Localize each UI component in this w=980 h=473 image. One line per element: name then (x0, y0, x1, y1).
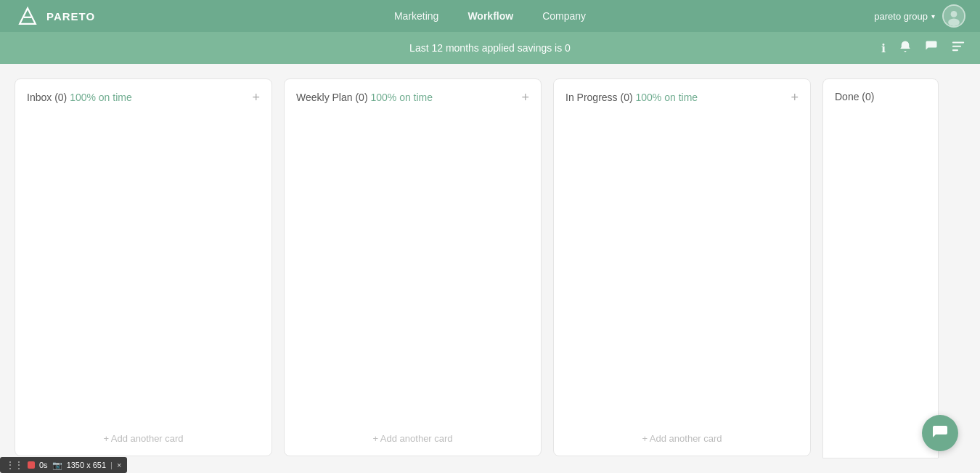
kanban-board: Inbox (0) 100% on time + + Add another c… (0, 64, 980, 473)
avatar-image (944, 4, 964, 28)
column-done: Done (0) (822, 78, 939, 458)
nav-company[interactable]: Company (542, 10, 586, 22)
brand-name: PARETO (46, 10, 95, 23)
svg-point-4 (948, 19, 960, 27)
timer-text: 0s (39, 461, 48, 469)
svg-rect-6 (952, 46, 961, 47)
bottom-bar: ⋮⋮ 0s 📷 980 x 473 | × (0, 457, 127, 473)
svg-point-3 (951, 11, 957, 17)
pareto-logo-icon (15, 3, 41, 29)
user-group[interactable]: pareto group ▾ (874, 11, 935, 22)
navbar-left: PARETO (15, 3, 95, 29)
weekly-plan-add-card[interactable]: + Add another card (296, 427, 529, 444)
column-inbox-title: Inbox (0) 100% on time (27, 92, 132, 103)
column-in-progress-header: In Progress (0) 100% on time + (565, 91, 799, 104)
avatar[interactable] (942, 4, 965, 28)
column-in-progress-title: In Progress (0) 100% on time (565, 92, 698, 103)
grid-icon: ⋮⋮ (6, 460, 23, 470)
navbar: PARETO Marketing Workflow Company pareto… (0, 0, 980, 32)
done-body (835, 111, 926, 446)
chat-bubble-button[interactable] (922, 415, 958, 451)
svg-marker-0 (20, 8, 36, 24)
camera-icon: 📷 (52, 461, 62, 470)
recording-dot (28, 461, 35, 469)
nav-marketing[interactable]: Marketing (394, 10, 438, 22)
info-icon[interactable]: ℹ (881, 41, 886, 55)
in-progress-add-button[interactable]: + (791, 91, 799, 104)
column-in-progress: In Progress (0) 100% on time + + Add ano… (553, 78, 811, 456)
in-progress-body (565, 113, 799, 427)
svg-rect-7 (952, 49, 958, 51)
bell-svg (899, 40, 912, 53)
subheader-message: Last 12 months applied savings is 0 (409, 42, 571, 54)
inbox-add-card[interactable]: + Add another card (27, 427, 260, 444)
subheader-icons: ℹ (881, 40, 965, 56)
chat-svg (925, 40, 938, 53)
inbox-on-time: 100% on time (70, 92, 132, 103)
close-bar-button[interactable]: × (117, 461, 121, 469)
weekly-plan-title-text: Weekly Plan (0) (296, 92, 370, 103)
chat-bubble-icon (931, 424, 949, 442)
nav-workflow[interactable]: Workflow (467, 10, 513, 22)
chevron-down-icon: ▾ (931, 12, 935, 20)
column-weekly-plan-title: Weekly Plan (0) 100% on time (296, 92, 433, 103)
weekly-plan-on-time: 100% on time (370, 92, 433, 103)
chat-icon[interactable] (925, 40, 938, 56)
in-progress-add-card[interactable]: + Add another card (565, 427, 799, 444)
column-done-title: Done (0) (835, 91, 874, 102)
filter-icon[interactable] (951, 40, 965, 56)
in-progress-title-text: In Progress (0) (565, 92, 635, 103)
svg-rect-5 (952, 41, 964, 43)
column-inbox-header: Inbox (0) 100% on time + (27, 91, 260, 104)
column-weekly-plan: Weekly Plan (0) 100% on time + + Add ano… (284, 78, 542, 456)
navbar-center: Marketing Workflow Company (394, 10, 586, 22)
bell-icon[interactable] (899, 40, 912, 56)
inbox-add-button[interactable]: + (252, 91, 260, 104)
column-inbox: Inbox (0) 100% on time + + Add another c… (15, 78, 272, 456)
subheader: Last 12 months applied savings is 0 ℹ (0, 32, 980, 64)
filter-svg (951, 40, 965, 53)
column-done-header: Done (0) (835, 91, 926, 102)
inbox-title-text: Inbox (0) (27, 92, 70, 103)
weekly-plan-add-button[interactable]: + (521, 91, 529, 104)
in-progress-on-time: 100% on time (635, 92, 698, 103)
inbox-body (27, 113, 260, 427)
column-weekly-plan-header: Weekly Plan (0) 100% on time + (296, 91, 529, 104)
dimensions-text: 980 x 473 (67, 461, 106, 469)
navbar-right: pareto group ▾ (874, 4, 965, 28)
weekly-plan-body (296, 113, 529, 427)
user-group-name: pareto group (874, 11, 928, 22)
